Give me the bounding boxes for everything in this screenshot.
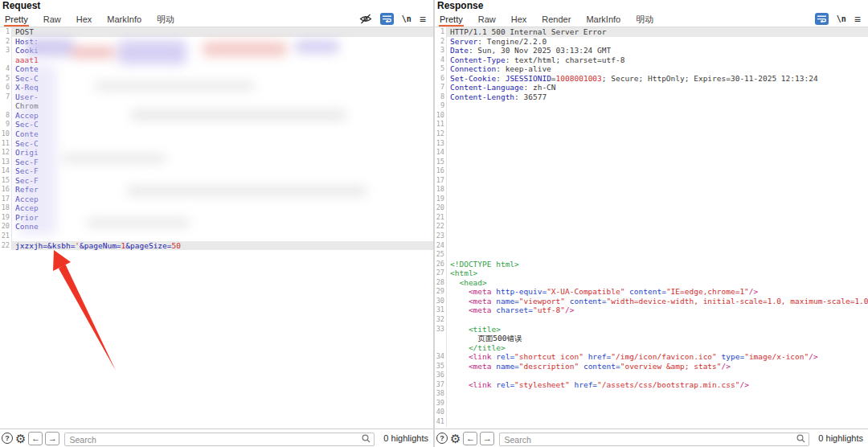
request-code-line[interactable]: 14Sec-F bbox=[0, 166, 433, 176]
response-code-line[interactable]: 31 <meta charset="utf-8"/> bbox=[435, 306, 868, 315]
newline-icon[interactable]: \n bbox=[837, 14, 846, 23]
response-code-line[interactable]: 22 bbox=[435, 222, 868, 232]
response-code-line[interactable]: 23 bbox=[435, 232, 868, 241]
request-code-line[interactable]: 9Sec-C bbox=[0, 120, 433, 129]
tab-明动[interactable]: 明动 bbox=[156, 13, 175, 27]
request-code-line[interactable]: 12Origi bbox=[0, 148, 433, 158]
softwrap-icon[interactable] bbox=[815, 13, 829, 25]
tab-hex[interactable]: Hex bbox=[510, 13, 528, 27]
settings-icon[interactable]: ⚙ bbox=[15, 433, 26, 445]
request-code-line[interactable]: 22jxzxjh=&ksbh='&pageNum=1&pageSize=50 bbox=[0, 241, 433, 251]
request-code-line[interactable]: 17Accep bbox=[0, 195, 433, 204]
search-input[interactable] bbox=[499, 433, 809, 446]
request-code-line[interactable]: 11Sec-C bbox=[0, 139, 433, 149]
request-code-line[interactable]: 3Cooki bbox=[0, 46, 433, 55]
response-code-line[interactable]: 7Content-Language: zh-CN bbox=[435, 83, 868, 92]
menu-icon[interactable]: ≡ bbox=[854, 15, 861, 23]
response-code-line[interactable]: 25 bbox=[435, 250, 868, 260]
response-code-line[interactable]: 33 <title> bbox=[435, 325, 868, 334]
request-code-line[interactable]: 20Conne bbox=[0, 222, 433, 232]
request-code-line[interactable]: 18Accep bbox=[0, 203, 433, 213]
help-icon[interactable]: ? bbox=[436, 433, 448, 444]
search-input[interactable] bbox=[64, 433, 375, 446]
search-prev-button[interactable]: ← bbox=[463, 432, 477, 445]
newline-icon[interactable]: \n bbox=[402, 14, 411, 23]
tab-pretty[interactable]: Pretty bbox=[439, 13, 464, 27]
response-code-line[interactable]: 4Content-Type: text/html; charset=utf-8 bbox=[435, 55, 868, 65]
line-content: <link rel="stylesheet" href="/assets/css… bbox=[446, 380, 868, 390]
request-editor[interactable]: 1POST2Host:3Cookiaaat14Conte5Sec-C6X-Req… bbox=[0, 27, 433, 429]
request-code-line[interactable]: 15Sec-F bbox=[0, 176, 433, 186]
response-code-line[interactable]: 29 <meta http-equiv="X-UA-Compatible" co… bbox=[435, 287, 868, 297]
request-code-line[interactable]: 21 bbox=[0, 232, 433, 241]
help-icon[interactable]: ? bbox=[2, 433, 13, 444]
tab-markinfo[interactable]: MarkInfo bbox=[585, 13, 621, 27]
response-code-line[interactable]: 14 bbox=[435, 148, 868, 158]
response-editor[interactable]: 1HTTP/1.1 500 Internal Server Error2Serv… bbox=[435, 27, 868, 429]
response-code-line[interactable]: 12 bbox=[435, 129, 868, 139]
request-code-line[interactable]: 10Conte bbox=[0, 129, 433, 139]
request-code-line[interactable]: 16Refer bbox=[0, 185, 433, 195]
response-code-line[interactable]: 3Date: Sun, 30 Nov 2025 03:13:24 GMT bbox=[435, 46, 868, 55]
request-code-line[interactable]: 5Sec-C bbox=[0, 74, 433, 84]
tab-明动[interactable]: 明动 bbox=[635, 13, 654, 27]
request-code-line[interactable]: 19Prior bbox=[0, 213, 433, 223]
request-code-line[interactable]: 7User- bbox=[0, 92, 433, 102]
response-code-line[interactable]: 32 bbox=[435, 315, 868, 325]
response-code-line[interactable]: 16 bbox=[435, 166, 868, 176]
tab-raw[interactable]: Raw bbox=[477, 13, 497, 27]
request-code-line[interactable]: 13Sec-F bbox=[0, 158, 433, 167]
hide-icon[interactable] bbox=[359, 14, 372, 24]
response-code-line[interactable]: 6Set-Cookie: JSESSIONID=1008001003; Secu… bbox=[435, 74, 868, 84]
response-code-line[interactable]: 8Content-Length: 36577 bbox=[435, 92, 868, 102]
response-code-line[interactable]: 36 bbox=[435, 371, 868, 380]
softwrap-icon[interactable] bbox=[380, 13, 394, 25]
response-code-line[interactable]: 37 <link rel="stylesheet" href="/assets/… bbox=[435, 380, 868, 390]
response-code-line[interactable]: 21 bbox=[435, 213, 868, 223]
menu-icon[interactable]: ≡ bbox=[420, 15, 426, 23]
response-code-line[interactable]: 41 bbox=[435, 417, 868, 427]
tab-hex[interactable]: Hex bbox=[76, 13, 93, 27]
response-code-line[interactable]: 38 bbox=[435, 389, 868, 399]
tab-pretty[interactable]: Pretty bbox=[4, 13, 29, 27]
search-next-button[interactable]: → bbox=[480, 432, 494, 445]
response-code-line[interactable]: 30 <meta name="viewport" content="width=… bbox=[435, 297, 868, 306]
response-code-line[interactable]: 40 bbox=[435, 408, 868, 417]
request-code-line[interactable]: 6X-Req bbox=[0, 83, 433, 92]
response-code-line[interactable]: 页面500错误 bbox=[435, 334, 868, 343]
request-code-line[interactable]: aaat1 bbox=[0, 55, 433, 65]
response-code-line[interactable]: 39 bbox=[435, 399, 868, 408]
response-code-line[interactable]: 18 bbox=[435, 185, 868, 195]
response-code-line[interactable]: </title> bbox=[435, 343, 868, 353]
tab-render[interactable]: Render bbox=[541, 13, 571, 27]
search-next-button[interactable]: → bbox=[45, 432, 59, 445]
line-number: 21 bbox=[0, 232, 11, 241]
request-code-line[interactable]: 1POST bbox=[0, 27, 433, 37]
response-code-line[interactable]: 20 bbox=[435, 203, 868, 213]
settings-icon[interactable]: ⚙ bbox=[450, 433, 461, 445]
response-code-line[interactable]: 2Server: Tengine/2.2.0 bbox=[435, 37, 868, 47]
response-code-line[interactable]: 28 <head> bbox=[435, 278, 868, 288]
response-code-line[interactable]: 5Connection: keep-alive bbox=[435, 64, 868, 74]
request-code-line[interactable]: Chrom bbox=[0, 101, 433, 111]
response-code-line[interactable]: 34 <link rel="shortcut icon" href="/img/… bbox=[435, 352, 868, 362]
response-code-line[interactable]: 10 bbox=[435, 111, 868, 121]
response-code-line[interactable]: 15 bbox=[435, 158, 868, 167]
response-code-line[interactable]: 24 bbox=[435, 241, 868, 251]
tab-markinfo[interactable]: MarkInfo bbox=[106, 13, 142, 27]
request-code-line[interactable]: 4Conte bbox=[0, 64, 433, 74]
request-code-line[interactable]: 2Host: bbox=[0, 37, 433, 47]
response-code-line[interactable]: 13 bbox=[435, 139, 868, 149]
response-code-line[interactable]: 35 <meta name="description" content="ove… bbox=[435, 362, 868, 371]
search-prev-button[interactable]: ← bbox=[28, 432, 43, 445]
response-code-line[interactable]: 19 bbox=[435, 195, 868, 204]
response-code-line[interactable]: 17 bbox=[435, 176, 868, 186]
response-code-line[interactable]: 26<!DOCTYPE html> bbox=[435, 260, 868, 269]
tab-raw[interactable]: Raw bbox=[43, 13, 62, 27]
response-code-line[interactable]: 27<html> bbox=[435, 269, 868, 278]
line-content bbox=[446, 203, 868, 213]
response-code-line[interactable]: 1HTTP/1.1 500 Internal Server Error bbox=[435, 27, 868, 37]
response-code-line[interactable]: 9 bbox=[435, 101, 868, 111]
response-code-line[interactable]: 11 bbox=[435, 120, 868, 129]
request-code-line[interactable]: 8Accep bbox=[0, 111, 433, 121]
